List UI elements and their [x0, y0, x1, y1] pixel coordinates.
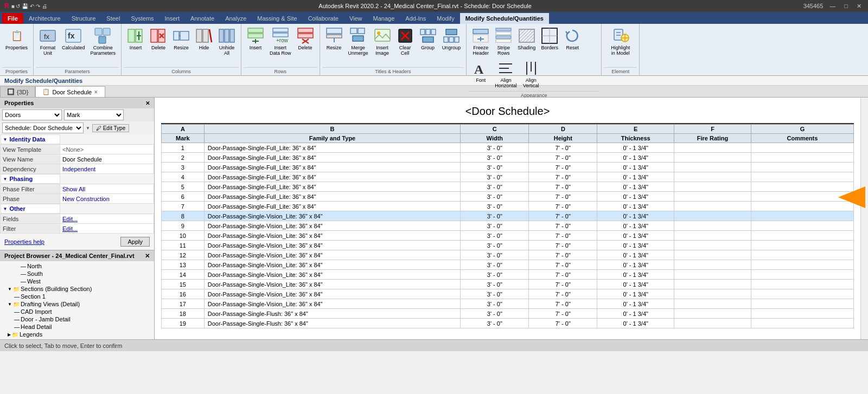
view-name-value[interactable]: Door Schedule — [60, 154, 154, 164]
resize-title-btn[interactable]: Resize — [323, 26, 345, 52]
calculated-btn[interactable]: fx Calculated — [60, 26, 87, 52]
tree-item-sections[interactable]: ▼ 📁 Sections (Building Section) — [1, 285, 153, 293]
phase-row[interactable]: Phase New Construction — [1, 194, 154, 204]
phase-filter-value[interactable]: Show All — [60, 184, 154, 194]
filter-value[interactable]: Edit... — [60, 224, 154, 234]
tree-item-legends[interactable]: ▶ 📁 Legends — [1, 331, 153, 338]
insert-image-btn[interactable]: InsertImage — [372, 26, 393, 57]
shading-btn[interactable]: Shading — [515, 26, 538, 52]
table-row[interactable]: 15 Door-Passage-Single-Vision_Lite: 36" … — [162, 280, 854, 289]
tab-manage[interactable]: Manage — [368, 13, 400, 24]
props-type-select[interactable]: Doors — [2, 109, 62, 120]
font-btn[interactable]: A Font — [470, 59, 492, 85]
table-row[interactable]: 6 Door-Passage-Single-Full_Lite: 36" x 8… — [162, 192, 854, 202]
highlight-model-btn[interactable]: Highlightin Model — [609, 26, 632, 57]
tab-insert[interactable]: Insert — [159, 13, 186, 24]
tab-view[interactable]: View — [344, 13, 368, 24]
tree-item-door-jamb[interactable]: — Door - Jamb Detail — [1, 315, 153, 323]
table-row[interactable]: 9 Door-Passage-Single-Vision_Lite: 36" x… — [162, 221, 854, 231]
unhide-all-btn[interactable]: UnhideAll — [216, 26, 238, 57]
reset-btn[interactable]: Reset — [561, 26, 583, 52]
table-row[interactable]: 4 Door-Passage-Single-Full_Lite: 36" x 8… — [162, 172, 854, 182]
tree-item-north[interactable]: — North — [1, 262, 153, 270]
clear-cell-btn[interactable]: ClearCell — [394, 26, 416, 57]
view-template-row[interactable]: View Template <None> — [1, 145, 154, 154]
tab-systems[interactable]: Systems — [125, 13, 159, 24]
apply-btn[interactable]: Apply — [120, 237, 150, 247]
other-header[interactable]: Other — [1, 204, 60, 214]
table-row[interactable]: 17 Door-Passage-Single-Vision_Lite: 36" … — [162, 299, 854, 309]
tab-file[interactable]: File — [2, 13, 23, 24]
table-row[interactable]: 18 Door-Passage-Single-Flush: 36" x 84" … — [162, 309, 854, 319]
tab-door-schedule[interactable]: 📋 Door Schedule ✕ — [35, 86, 105, 97]
phase-filter-row[interactable]: Phase Filter Show All — [1, 184, 154, 194]
table-row[interactable]: 1 Door-Passage-Single-Full_Lite: 36" x 8… — [162, 143, 854, 153]
table-row[interactable]: 10 Door-Passage-Single-Vision_Lite: 36" … — [162, 231, 854, 241]
table-row[interactable]: 12 Door-Passage-Single-Vision_Lite: 36" … — [162, 250, 854, 260]
tab-addins[interactable]: Add-Ins — [400, 13, 431, 24]
tab-massing[interactable]: Massing & Site — [252, 13, 302, 24]
table-row[interactable]: 16 Door-Passage-Single-Vision_Lite: 36" … — [162, 289, 854, 299]
insert-data-row-btn[interactable]: +row InsertData Row — [267, 26, 293, 57]
tab-analyze[interactable]: Analyze — [220, 13, 252, 24]
tree-item-west[interactable]: — West — [1, 277, 153, 285]
edit-type-btn[interactable]: 🖊 Edit Type — [92, 124, 129, 132]
identity-data-section-header[interactable]: Identity Data — [1, 134, 154, 145]
drafting-expand-icon[interactable]: ▼ — [8, 302, 12, 307]
stripe-rows-btn[interactable]: StripeRows — [493, 26, 514, 57]
tab-architecture[interactable]: Architecture — [23, 13, 66, 24]
door-schedule-tab-close[interactable]: ✕ — [94, 89, 98, 95]
view-name-row[interactable]: View Name Door Schedule — [1, 154, 154, 164]
fields-row[interactable]: Fields Edit... — [1, 214, 154, 224]
tab-modify-schedule[interactable]: Modify Schedule/Quantities — [460, 13, 549, 24]
properties-ribbon-btn[interactable]: 📋 Properties — [3, 26, 30, 52]
align-v-btn[interactable]: AlignVertical — [520, 59, 542, 90]
properties-panel-header[interactable]: Properties ✕ — [0, 98, 154, 108]
freeze-header-btn[interactable]: FreezeHeader — [470, 26, 492, 57]
dependency-value[interactable]: Independent — [60, 164, 154, 174]
table-row[interactable]: 11 Door-Passage-Single-Vision_Lite: 36" … — [162, 241, 854, 250]
table-row[interactable]: 5 Door-Passage-Single-Full_Lite: 36" x 8… — [162, 182, 854, 192]
group-btn[interactable]: Group — [417, 26, 439, 52]
combine-params-btn[interactable]: CombineParameters — [88, 26, 118, 57]
table-row[interactable]: 19 Door-Passage-Single-Flush: 36" x 84" … — [162, 319, 854, 328]
sub-ribbon-modify-schedule[interactable]: Modify Schedule/Quantities — [4, 77, 82, 84]
resize-col-btn[interactable]: Resize — [170, 26, 192, 52]
filter-row[interactable]: Filter Edit... — [1, 224, 154, 234]
scrollbar-area[interactable] — [860, 98, 868, 339]
phasing-section-header[interactable]: Phasing — [1, 174, 154, 184]
tab-annotate[interactable]: Annotate — [185, 13, 220, 24]
phasing-header[interactable]: Phasing — [1, 174, 60, 184]
delete-col-btn[interactable]: Delete — [148, 26, 169, 52]
tree-item-section1[interactable]: — Section 1 — [1, 293, 153, 300]
align-h-btn[interactable]: AlignHorizontal — [493, 59, 519, 90]
other-section-header[interactable]: Other — [1, 204, 154, 214]
legends-expand-icon[interactable]: ▶ — [8, 332, 11, 337]
tree-item-cad-import[interactable]: — CAD Import — [1, 308, 153, 315]
hide-col-btn[interactable]: Hide — [193, 26, 215, 52]
insert-row-btn[interactable]: Insert — [245, 26, 266, 52]
close-btn[interactable]: ✕ — [854, 3, 864, 10]
properties-panel-close[interactable]: ✕ — [145, 100, 150, 106]
tab-3d[interactable]: 🔲 {3D} — [0, 86, 35, 97]
tree-item-head-detail[interactable]: — Head Detail — [1, 323, 153, 331]
sections-expand-icon[interactable]: ▼ — [8, 287, 12, 292]
tab-steel[interactable]: Steel — [101, 13, 125, 24]
view-template-value[interactable]: <None> — [60, 145, 154, 154]
table-row[interactable]: 2 Door-Passage-Single-Full_Lite: 36" x 8… — [162, 153, 854, 163]
dependency-row[interactable]: Dependency Independent — [1, 164, 154, 174]
format-unit-btn[interactable]: fx FormatUnit — [37, 26, 59, 57]
props-instance-select[interactable]: Mark — [64, 109, 124, 120]
project-browser-close[interactable]: ✕ — [145, 253, 150, 260]
table-row[interactable]: 3 Door-Passage-Single-Full_Lite: 36" x 8… — [162, 163, 854, 172]
insert-col-btn[interactable]: Insert — [125, 26, 146, 52]
ungroup-btn[interactable]: Ungroup — [440, 26, 463, 52]
tab-structure[interactable]: Structure — [66, 13, 101, 24]
table-row[interactable]: 8 Door-Passage-Single-Vision_Lite: 36" x… — [162, 211, 854, 221]
maximize-btn[interactable]: □ — [842, 3, 850, 9]
tab-collaborate[interactable]: Collaborate — [303, 13, 344, 24]
table-row[interactable]: 14 Door-Passage-Single-Vision_Lite: 36" … — [162, 270, 854, 280]
tree-item-drafting-views[interactable]: ▼ 📁 Drafting Views (Detail) — [1, 300, 153, 308]
schedule-select[interactable]: Schedule: Door Schedule — [2, 122, 84, 133]
table-row[interactable]: 7 Door-Passage-Single-Full_Lite: 36" x 8… — [162, 202, 854, 211]
